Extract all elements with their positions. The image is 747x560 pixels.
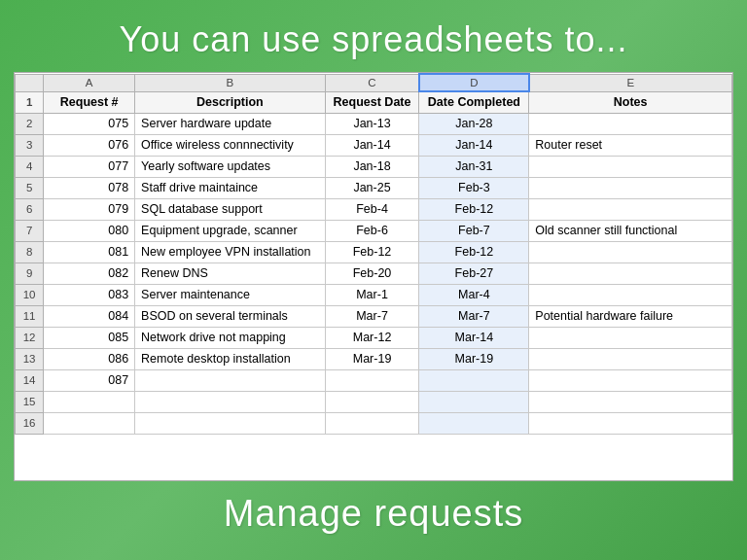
cell-14-b[interactable] [135,369,325,391]
cell-2-a[interactable]: 075 [44,113,135,134]
cell-4-a[interactable]: 077 [44,156,135,177]
cell-11-e[interactable]: Potential hardware failure [529,305,732,327]
row-num-10: 10 [16,284,44,305]
cell-5-e[interactable] [529,177,732,198]
cell-16-b[interactable] [135,412,325,434]
cell-8-c[interactable]: Feb-12 [325,241,419,262]
cell-13-b[interactable]: Remote desktop installation [135,348,325,369]
cell-13-c[interactable]: Mar-19 [325,348,419,369]
cell-6-b[interactable]: SQL database support [135,198,325,220]
cell-12-d[interactable]: Mar-14 [419,327,529,348]
row-num-6: 6 [16,198,44,220]
cell-3-e[interactable]: Router reset [529,134,732,156]
cell-15-b[interactable] [135,391,325,412]
cell-10-c[interactable]: Mar-1 [325,284,419,305]
header-request-num: Request # [44,91,135,113]
cell-3-b[interactable]: Office wireless connnectivity [135,134,325,156]
cell-9-a[interactable]: 082 [44,262,135,284]
cell-15-c[interactable] [325,391,419,412]
cell-4-e[interactable] [529,156,732,177]
cell-8-e[interactable] [529,241,732,262]
cell-13-d[interactable]: Mar-19 [419,348,529,369]
cell-12-a[interactable]: 085 [44,327,135,348]
cell-11-a[interactable]: 084 [44,305,135,327]
table-row: 3076Office wireless connnectivityJan-14J… [16,134,732,156]
cell-3-d[interactable]: Jan-14 [419,134,529,156]
row-num-13: 13 [16,348,44,369]
cell-5-c[interactable]: Jan-25 [325,177,419,198]
cell-4-c[interactable]: Jan-18 [325,156,419,177]
cell-5-a[interactable]: 078 [44,177,135,198]
table-row: 13086Remote desktop installationMar-19Ma… [16,348,732,369]
cell-6-c[interactable]: Feb-4 [325,198,419,220]
cell-9-c[interactable]: Feb-20 [325,262,419,284]
cell-2-c[interactable]: Jan-13 [325,113,419,134]
cell-13-e[interactable] [529,348,732,369]
cell-9-d[interactable]: Feb-27 [419,262,529,284]
cell-3-a[interactable]: 076 [44,134,135,156]
table-row: 9082Renew DNSFeb-20Feb-27 [16,262,732,284]
cell-2-d[interactable]: Jan-28 [419,113,529,134]
cell-16-e[interactable] [529,412,732,434]
cell-8-b[interactable]: New employee VPN installation [135,241,325,262]
header-date-completed: Date Completed [419,91,529,113]
cell-14-a[interactable]: 087 [44,369,135,391]
cell-16-a[interactable] [44,412,135,434]
cell-12-b[interactable]: Network drive not mapping [135,327,325,348]
cell-15-d[interactable] [419,391,529,412]
row-num-14: 14 [16,369,44,391]
cell-14-c[interactable] [325,369,419,391]
cell-13-a[interactable]: 086 [44,348,135,369]
cell-4-d[interactable]: Jan-31 [419,156,529,177]
cell-7-c[interactable]: Feb-6 [325,220,419,241]
cell-10-e[interactable] [529,284,732,305]
cell-10-d[interactable]: Mar-4 [419,284,529,305]
cell-11-c[interactable]: Mar-7 [325,305,419,327]
cell-8-a[interactable]: 081 [44,241,135,262]
col-c-header[interactable]: C [325,74,419,91]
row-num-4: 4 [16,156,44,177]
cell-10-a[interactable]: 083 [44,284,135,305]
cell-8-d[interactable]: Feb-12 [419,241,529,262]
cell-15-a[interactable] [44,391,135,412]
table-row: 2075Server hardware updateJan-13Jan-28 [16,113,732,134]
row-num-15: 15 [16,391,44,412]
col-d-header[interactable]: D [419,74,529,91]
cell-4-b[interactable]: Yearly software updates [135,156,325,177]
col-b-header[interactable]: B [135,74,325,91]
cell-12-c[interactable]: Mar-12 [325,327,419,348]
corner-cell [16,74,44,91]
col-e-header[interactable]: E [529,74,732,91]
cell-15-e[interactable] [529,391,732,412]
table-row: 12085Network drive not mappingMar-12Mar-… [16,327,732,348]
top-title: You can use spreadsheets to... [119,10,627,72]
cell-6-d[interactable]: Feb-12 [419,198,529,220]
cell-9-b[interactable]: Renew DNS [135,262,325,284]
cell-5-d[interactable]: Feb-3 [419,177,529,198]
cell-16-d[interactable] [419,412,529,434]
cell-6-e[interactable] [529,198,732,220]
row-num-5: 5 [16,177,44,198]
table-row: 14087 [16,369,732,391]
cell-7-b[interactable]: Equipment upgrade, scanner [135,220,325,241]
cell-11-d[interactable]: Mar-7 [419,305,529,327]
table-row: 7080Equipment upgrade, scannerFeb-6Feb-7… [16,220,732,241]
cell-5-b[interactable]: Staff drive maintaince [135,177,325,198]
cell-14-d[interactable] [419,369,529,391]
cell-10-b[interactable]: Server maintenance [135,284,325,305]
cell-7-e[interactable]: Old scanner still functional [529,220,732,241]
cell-3-c[interactable]: Jan-14 [325,134,419,156]
row-num-2: 2 [16,113,44,134]
cell-12-e[interactable] [529,327,732,348]
cell-7-a[interactable]: 080 [44,220,135,241]
cell-11-b[interactable]: BSOD on several terminals [135,305,325,327]
cell-14-e[interactable] [529,369,732,391]
cell-9-e[interactable] [529,262,732,284]
cell-7-d[interactable]: Feb-7 [419,220,529,241]
table-row: 8081New employee VPN installationFeb-12F… [16,241,732,262]
col-a-header[interactable]: A [44,74,135,91]
cell-2-b[interactable]: Server hardware update [135,113,325,134]
cell-16-c[interactable] [325,412,419,434]
cell-2-e[interactable] [529,113,732,134]
cell-6-a[interactable]: 079 [44,198,135,220]
